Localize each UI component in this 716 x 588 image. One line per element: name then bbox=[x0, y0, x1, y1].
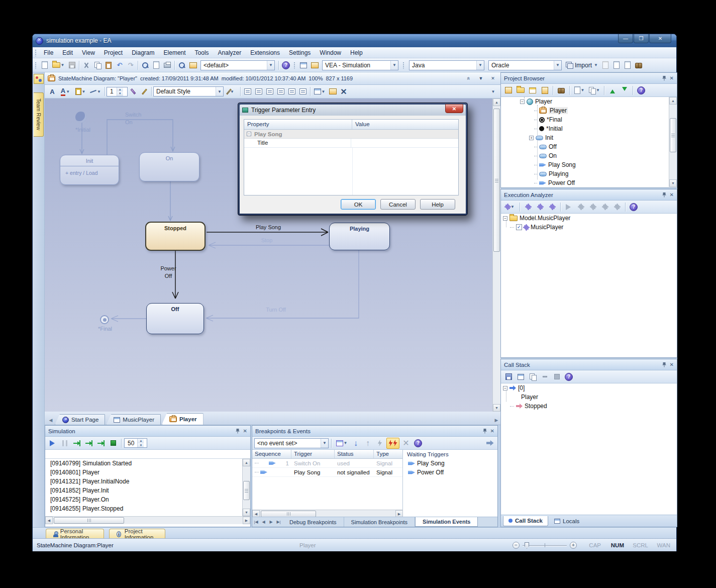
database-combo[interactable]: Oracle▼ bbox=[488, 60, 562, 70]
tab-debug-breakpoints[interactable]: Debug Breakpoints bbox=[282, 517, 344, 527]
transition-power-off-label[interactable]: Power Off bbox=[157, 265, 179, 280]
db-builder-icon[interactable] bbox=[633, 60, 644, 71]
ok-button[interactable]: OK bbox=[341, 199, 376, 210]
print-button[interactable] bbox=[162, 60, 173, 71]
analyzer-build-button[interactable] bbox=[575, 202, 586, 213]
collapse-caption-button[interactable]: « bbox=[464, 74, 473, 82]
transition-play-song-label[interactable]: Play Song bbox=[246, 224, 291, 230]
tree-item-off[interactable]: Off bbox=[501, 142, 677, 151]
menu-view[interactable]: View bbox=[77, 47, 99, 58]
menu-extensions[interactable]: Extensions bbox=[246, 47, 284, 58]
caption-menu-button[interactable]: ▼ bbox=[476, 74, 485, 82]
tab-player[interactable]: Player bbox=[162, 413, 203, 425]
collapse-stack-button[interactable] bbox=[539, 371, 550, 382]
close-panel-icon[interactable]: ✕ bbox=[670, 362, 674, 367]
image-tool-icon[interactable] bbox=[187, 60, 198, 71]
line-color-button[interactable]: ▼ bbox=[88, 86, 103, 97]
zoom-tool-icon[interactable] bbox=[140, 60, 151, 71]
copy-stack-button[interactable] bbox=[527, 371, 538, 382]
new-element-button[interactable] bbox=[539, 85, 550, 96]
state-init[interactable]: Init + entry / Load bbox=[60, 155, 119, 185]
font-color-button[interactable]: A▼ bbox=[58, 86, 73, 97]
compare-db-icon[interactable] bbox=[622, 60, 633, 71]
canvas-vertical-scrollbar[interactable]: ▲ ▼ bbox=[492, 99, 500, 412]
align-bottom-icon[interactable] bbox=[275, 86, 286, 97]
tree-item-player-statemachine[interactable]: −Player bbox=[501, 97, 677, 106]
tab-nav-next[interactable]: ▶ bbox=[267, 520, 275, 524]
log-scroll-down[interactable]: ▼ bbox=[243, 509, 250, 516]
zoom-slider-thumb[interactable] bbox=[525, 542, 529, 549]
tab-scroll-left-button[interactable]: ◀ bbox=[47, 416, 55, 425]
zoom-slider[interactable]: − + bbox=[513, 541, 577, 549]
sim-command-input[interactable] bbox=[45, 450, 250, 459]
sim-hscrollbar-thumb[interactable] bbox=[54, 517, 124, 524]
tab-simulation-breakpoints[interactable]: Simulation Breakpoints bbox=[344, 517, 416, 527]
signal-event-button[interactable] bbox=[374, 438, 385, 449]
state-playing[interactable]: Playing bbox=[329, 223, 390, 250]
log-vertical-scrollbar[interactable]: ▲ ▼ bbox=[242, 459, 250, 516]
canvas-scrollbar-thumb[interactable] bbox=[493, 109, 500, 252]
tab-project-information[interactable]: i Project Information bbox=[109, 529, 165, 539]
analyzer-deploy-button[interactable] bbox=[599, 202, 610, 213]
tree-scrollbar-thumb[interactable] bbox=[670, 118, 676, 152]
cut-icon[interactable] bbox=[81, 60, 92, 71]
same-width-icon[interactable] bbox=[286, 86, 297, 97]
sim-step-into-button[interactable] bbox=[71, 438, 82, 449]
sim-scroll-left[interactable]: ◀ bbox=[45, 517, 53, 524]
tab-nav-first[interactable]: |◀ bbox=[252, 520, 260, 524]
menu-diagram[interactable]: Diagram bbox=[127, 47, 159, 58]
copy-icon[interactable] bbox=[92, 60, 103, 71]
pin-icon[interactable] bbox=[662, 360, 667, 369]
help-dialog-button[interactable]: Help bbox=[420, 199, 455, 210]
log-row[interactable]: [09140801]Player bbox=[45, 468, 250, 477]
project-help-button[interactable]: ? bbox=[636, 85, 647, 96]
stack-item-stopped[interactable]: Stopped bbox=[501, 402, 677, 411]
menu-element[interactable]: Element bbox=[159, 47, 190, 58]
save-button[interactable] bbox=[66, 60, 77, 71]
team-review-tab[interactable]: Team Review bbox=[34, 92, 44, 137]
search-model-icon[interactable] bbox=[176, 60, 187, 71]
stack-item-player[interactable]: Player bbox=[501, 393, 677, 402]
transition-switch-on-label[interactable]: Switch On bbox=[125, 111, 141, 126]
fill-color-button[interactable]: ▼ bbox=[73, 86, 88, 97]
transition-stop-label[interactable]: Stop bbox=[252, 237, 282, 243]
tree-scroll-down[interactable]: ▼ bbox=[669, 179, 677, 187]
collapse-group-icon[interactable]: − bbox=[247, 132, 251, 136]
language-combo[interactable]: Java▼ bbox=[409, 60, 484, 70]
new-script-button[interactable] bbox=[523, 202, 534, 213]
move-down-button[interactable]: ↓ bbox=[350, 438, 361, 449]
tab-scroll-right-button[interactable]: ▶ bbox=[492, 416, 500, 425]
zoom-in-button[interactable]: + bbox=[570, 542, 577, 549]
perspective-icon[interactable] bbox=[309, 60, 320, 71]
stop-recording-button[interactable] bbox=[551, 371, 562, 382]
waiting-trigger-item[interactable]: Play Song bbox=[404, 459, 497, 468]
tree-item-play-song[interactable]: Play Song bbox=[501, 160, 677, 169]
tree-item-initial[interactable]: *Initial bbox=[501, 124, 677, 133]
sim-stop-button[interactable] bbox=[108, 438, 119, 449]
autolayout-icon[interactable]: ▼ bbox=[312, 86, 327, 97]
scroll-up-button[interactable]: ▲ bbox=[493, 99, 500, 106]
default-style-combo[interactable]: <default>▼ bbox=[200, 60, 275, 70]
cancel-button[interactable]: Cancel bbox=[380, 199, 416, 210]
save-stack-button[interactable] bbox=[503, 371, 514, 382]
scroll-down-button[interactable]: ▼ bbox=[493, 404, 500, 412]
menu-file[interactable]: File bbox=[39, 47, 58, 58]
tree-item-playing[interactable]: Playing bbox=[501, 169, 677, 178]
parameter-row-title[interactable]: Title bbox=[244, 139, 458, 148]
event-set-combo[interactable]: <no event set>▼ bbox=[254, 438, 329, 448]
redo-button[interactable]: ↷ bbox=[125, 60, 136, 71]
new-package-button[interactable] bbox=[515, 85, 526, 96]
initial-node[interactable] bbox=[75, 112, 86, 123]
state-stopped[interactable]: Stopped bbox=[145, 222, 206, 251]
sim-step-over-button[interactable] bbox=[83, 438, 94, 449]
sim-step-out-button[interactable] bbox=[95, 438, 107, 449]
sim-scroll-right[interactable]: ▶ bbox=[243, 517, 250, 524]
close-panel-icon[interactable]: ✕ bbox=[243, 428, 247, 434]
forward-arrow-icon[interactable] bbox=[484, 438, 495, 449]
close-diagram-button[interactable]: ✕ bbox=[488, 74, 497, 82]
align-left-icon[interactable] bbox=[242, 86, 253, 97]
sim-pause-button[interactable] bbox=[59, 438, 70, 449]
tree-scroll-up[interactable]: ▲ bbox=[669, 97, 677, 105]
font-button[interactable]: A bbox=[47, 86, 58, 97]
log-row[interactable]: [09140799]Simulation Started bbox=[45, 459, 250, 468]
